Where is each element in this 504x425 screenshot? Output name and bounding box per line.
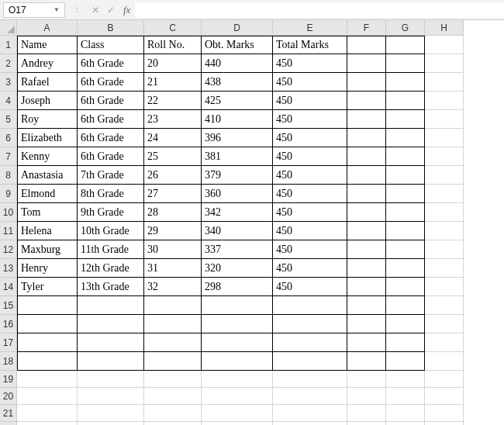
cell[interactable]	[202, 352, 273, 371]
cell[interactable]	[347, 147, 386, 166]
cell[interactable]: 450	[273, 185, 347, 203]
cell[interactable]: 22	[144, 92, 202, 110]
cell[interactable]: 8th Grade	[78, 185, 144, 203]
cell[interactable]: 450	[273, 203, 347, 222]
cell[interactable]	[78, 352, 144, 371]
cell[interactable]: 10th Grade	[78, 222, 144, 240]
cell[interactable]	[347, 110, 386, 129]
cell[interactable]	[144, 388, 202, 405]
formula-input[interactable]	[135, 2, 504, 18]
cell[interactable]: 450	[273, 92, 347, 110]
col-header-g[interactable]: G	[386, 20, 425, 36]
cell[interactable]	[144, 315, 202, 333]
cell[interactable]	[425, 259, 464, 278]
cell[interactable]: 450	[273, 129, 347, 147]
cell[interactable]	[386, 166, 425, 185]
cell[interactable]	[386, 388, 425, 405]
cell[interactable]: Joseph	[17, 92, 78, 110]
cell[interactable]: 381	[202, 147, 273, 166]
cell[interactable]: 450	[273, 54, 347, 73]
cell[interactable]: 379	[202, 166, 273, 185]
cell[interactable]: 6th Grade	[78, 110, 144, 129]
row-header-8[interactable]: 8	[0, 166, 17, 185]
cell[interactable]	[202, 315, 273, 333]
cell[interactable]: 9th Grade	[78, 203, 144, 222]
cell[interactable]	[386, 371, 425, 388]
cell[interactable]	[144, 422, 202, 425]
fx-icon[interactable]: fx	[119, 4, 135, 16]
cell[interactable]	[273, 422, 347, 425]
cell[interactable]	[144, 296, 202, 315]
chevron-down-icon[interactable]: ▼	[54, 6, 60, 13]
cell[interactable]: 450	[273, 278, 347, 296]
row-header-12[interactable]: 12	[0, 240, 17, 259]
cell[interactable]	[425, 92, 464, 110]
cell[interactable]	[202, 371, 273, 388]
cell[interactable]	[347, 422, 386, 425]
cell[interactable]	[386, 54, 425, 73]
cell[interactable]	[347, 278, 386, 296]
cell[interactable]	[425, 315, 464, 333]
cell[interactable]	[386, 222, 425, 240]
cell[interactable]	[273, 296, 347, 315]
cell[interactable]	[425, 110, 464, 129]
cell[interactable]	[202, 333, 273, 352]
cell[interactable]	[425, 54, 464, 73]
col-header-h[interactable]: H	[425, 20, 464, 36]
cell[interactable]	[425, 240, 464, 259]
cell[interactable]	[347, 222, 386, 240]
cell[interactable]: 30	[144, 240, 202, 259]
cell[interactable]: 425	[202, 92, 273, 110]
cell[interactable]: 13th Grade	[78, 278, 144, 296]
cell[interactable]	[347, 352, 386, 371]
cell[interactable]: 12th Grade	[78, 259, 144, 278]
cell[interactable]	[17, 296, 78, 315]
cell[interactable]: 340	[202, 222, 273, 240]
cell[interactable]	[386, 333, 425, 352]
cell[interactable]	[386, 92, 425, 110]
cell[interactable]	[347, 129, 386, 147]
cell[interactable]	[202, 296, 273, 315]
cell[interactable]: 21	[144, 73, 202, 92]
cell[interactable]	[386, 240, 425, 259]
cell[interactable]	[273, 333, 347, 352]
cell[interactable]	[17, 333, 78, 352]
cell[interactable]: 298	[202, 278, 273, 296]
cell[interactable]	[425, 388, 464, 405]
cell[interactable]	[425, 405, 464, 422]
cell[interactable]	[347, 405, 386, 422]
cell[interactable]: 440	[202, 54, 273, 73]
cell[interactable]	[347, 333, 386, 352]
row-header-21[interactable]: 21	[0, 405, 17, 422]
cell[interactable]: Kenny	[17, 147, 78, 166]
cell[interactable]: 20	[144, 54, 202, 73]
cell[interactable]	[78, 371, 144, 388]
cell[interactable]	[273, 371, 347, 388]
cell[interactable]	[17, 371, 78, 388]
row-header-1[interactable]: 1	[0, 36, 17, 54]
row-header-7[interactable]: 7	[0, 147, 17, 166]
cell[interactable]: 24	[144, 129, 202, 147]
col-header-c[interactable]: C	[144, 20, 202, 36]
cell[interactable]	[144, 371, 202, 388]
cell[interactable]: Class	[78, 36, 144, 54]
cell[interactable]	[425, 371, 464, 388]
cell[interactable]	[78, 422, 144, 425]
cell[interactable]	[347, 315, 386, 333]
row-header-19[interactable]: 19	[0, 371, 17, 388]
cell[interactable]	[144, 352, 202, 371]
row-header-6[interactable]: 6	[0, 129, 17, 147]
cell[interactable]: Rafael	[17, 73, 78, 92]
cell[interactable]: 31	[144, 259, 202, 278]
cell[interactable]	[347, 240, 386, 259]
col-header-a[interactable]: A	[17, 20, 78, 36]
cell[interactable]	[202, 388, 273, 405]
cell[interactable]	[425, 296, 464, 315]
cell[interactable]: Name	[17, 36, 78, 54]
cell[interactable]: Henry	[17, 259, 78, 278]
cell[interactable]	[386, 147, 425, 166]
cell[interactable]	[425, 333, 464, 352]
cell[interactable]	[425, 352, 464, 371]
cell[interactable]: 6th Grade	[78, 147, 144, 166]
cell[interactable]: 396	[202, 129, 273, 147]
